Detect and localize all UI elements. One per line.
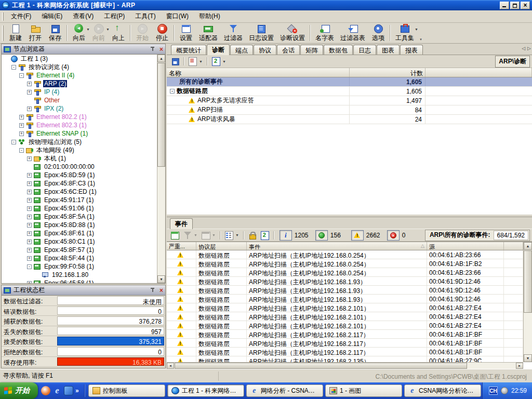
warning-count-toggle[interactable] [351,230,364,241]
collapse-icon[interactable]: - [170,89,175,94]
event-row[interactable]: 数据链路层ARP地址扫描（主机IP地址192.168.1.93）00:04:61… [167,277,523,286]
expand-icon[interactable]: + [19,123,24,128]
diagnostic-row[interactable]: ARP扫描84 [167,105,532,115]
expand-icon[interactable]: + [27,82,32,86]
toolbar-button-filter[interactable]: 过滤器 [221,23,246,43]
scroll-thumb[interactable] [524,250,532,313]
tree-item[interactable]: +IPX (2) [2,104,157,113]
tree-item[interactable]: +Epox:48:5F:44 (1) [2,254,157,262]
toolbar-button-stop[interactable]: 停止 [152,23,172,43]
internet-explorer-icon[interactable]: e [52,386,62,395]
scroll-down-icon[interactable]: ▼ [157,275,165,283]
show-desktop-icon[interactable] [64,386,73,395]
collapse-icon[interactable]: - [11,65,16,70]
diagnostic-row[interactable]: ARP太多无请求应答1,497 [167,96,532,105]
expand-icon[interactable]: + [27,173,32,178]
dropdown-arrow-icon[interactable]: ▼ [199,60,203,63]
restore-button[interactable] [510,2,520,9]
menu-item[interactable]: 窗口(W) [161,10,194,22]
expand-icon[interactable]: + [27,240,32,244]
scroll-thumb[interactable] [175,363,467,369]
tree-item[interactable]: +Epox:45:91:06 (1) [2,204,157,212]
collapse-icon[interactable]: - [19,73,24,78]
export-icon[interactable] [170,231,180,240]
column-count[interactable]: 计数 [350,68,425,77]
tree-item[interactable]: 192.168.1.80 [2,271,157,279]
tree-item[interactable]: Other [2,96,157,104]
expand-icon[interactable]: + [27,107,32,111]
tree-scrollbar[interactable]: ▲ ▼ [157,55,165,283]
tree-item[interactable]: +Ethernet 802.2 (1) [2,113,157,121]
expand-icon[interactable]: + [19,131,24,136]
tree-item[interactable]: -Ethernet II (4) [2,71,157,79]
expand-icon[interactable]: + [27,215,32,219]
expand-icon[interactable]: + [27,206,32,211]
events-vscrollbar[interactable]: ▲ ▼ [523,242,532,362]
column-layer[interactable]: 协议层 [196,242,247,250]
scroll-thumb[interactable] [157,63,165,167]
expand-icon[interactable]: + [27,90,32,95]
volume-icon[interactable] [501,387,508,394]
tree-item[interactable]: -按协议浏览 (4) [2,63,157,71]
toolbar-button-book[interactable]: 日志设置 [246,23,277,43]
scroll-right-icon[interactable]: ► [516,363,523,369]
collapse-icon[interactable]: - [19,148,24,153]
column-source[interactable]: 源 [427,242,504,250]
event-row[interactable]: 数据链路层ARP地址扫描（主机IP地址192.168.2.117）00:04:6… [167,348,523,356]
menu-item[interactable]: 工具(T) [130,10,161,22]
expand-icon[interactable]: + [27,156,32,161]
lock-icon[interactable] [247,231,258,240]
view-tab[interactable]: 日志 [353,45,376,55]
refresh-icon[interactable] [260,231,270,240]
events-hscrollbar[interactable]: ◄ ► [167,362,523,369]
tree-item[interactable]: +Epox:45:8F:5A (1) [2,212,157,221]
tree-item[interactable]: +Epox:45:8F:61 (1) [2,229,157,237]
toolbar-button-up[interactable]: 向上 [109,23,128,43]
tab-scroll-left-icon[interactable]: ◁ [522,46,525,51]
dropdown-arrow-icon[interactable]: ▼ [222,60,226,63]
event-row[interactable]: 数据链路层ARP地址扫描（主机IP地址192.168.2.117）00:04:6… [167,339,523,348]
tree-item[interactable]: +IP (4) [2,88,157,96]
expand-icon[interactable]: + [19,115,24,119]
expand-icon[interactable]: + [27,181,32,186]
minimize-button[interactable] [500,2,509,9]
info-count-toggle[interactable]: i [280,230,292,241]
toolbar-button-adapter[interactable]: 适配器 [196,23,221,43]
tree-item[interactable]: +Epox:45:8F:57 (1) [2,246,157,254]
event-row[interactable]: 数据链路层ARP地址扫描（主机IP地址192.168.2.117）00:04:6… [167,330,523,339]
column-name[interactable]: 名称 [167,68,350,77]
tree-item[interactable]: +Epox:45:91:17 (1) [2,196,157,204]
event-row[interactable]: 数据链路层ARP地址扫描（主机IP地址192.168.0.254）00:04:6… [167,259,523,268]
event-row[interactable]: 数据链路层ARP地址扫描（主机IP地址192.168.2.101）00:04:6… [167,303,523,312]
media-player-icon[interactable] [41,386,50,395]
tree-item[interactable]: -按物理端点浏览 (5) [2,138,157,146]
expand-icon[interactable]: + [27,223,32,228]
tree-item[interactable]: +ARP (2) [2,79,157,88]
taskbar-task[interactable]: 控制面板 [88,384,165,397]
toolbar-button-new[interactable]: 新建 [6,23,25,43]
tree-item[interactable]: +Epox:45:6C:ED (1) [2,188,157,196]
collapse-icon[interactable]: - [11,140,16,144]
ok-count-toggle[interactable] [315,230,328,241]
toolbar-button-options[interactable]: 选项 [368,23,388,43]
diagnostic-filter-icon[interactable] [188,57,198,66]
event-row[interactable]: 数据链路层ARP地址扫描（主机IP地址192.168.2.135）00:04:6… [167,356,523,362]
error-count-toggle[interactable]: × [387,230,400,241]
view-tab[interactable]: 矩阵 [300,45,323,55]
view-tab[interactable]: 端点 [230,45,253,55]
event-row[interactable]: 数据链路层ARP地址扫描（主机IP地址192.168.1.93）00:04:61… [167,286,523,295]
expand-icon[interactable]: + [27,248,32,252]
view-tab[interactable]: 协议 [254,45,276,55]
dropdown-arrow-icon[interactable]: ▼ [415,28,418,31]
tree-item[interactable]: 02:01:00:00:00:00 [2,163,157,171]
diagnostic-row[interactable]: -数据链路层1,605 [167,87,532,96]
panel-close-icon[interactable]: × [159,287,163,294]
tree-item[interactable]: +Ethernet 802.3 (1) [2,121,157,129]
expand-icon[interactable]: + [27,231,32,236]
toolbar-button-table[interactable]: 设置 [176,23,196,43]
toolbar-button-toolset[interactable]: 工具集▼ [392,23,417,43]
toolbar-button-nametab[interactable]: 名字表 [312,23,337,43]
tree-item[interactable]: 工程 1 (3) [2,55,157,63]
toolbar-button-open[interactable]: 打开 [25,23,45,43]
toolbar-button-diagset[interactable]: 诊断设置 [277,23,308,43]
